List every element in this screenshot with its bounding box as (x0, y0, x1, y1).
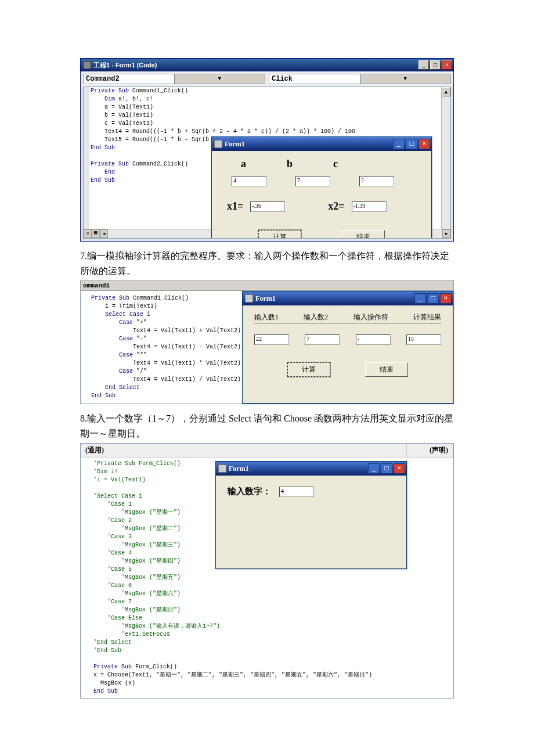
maximize-button[interactable]: □ (406, 139, 417, 149)
header-op2: 输入数2 (304, 312, 328, 322)
label-a: a (241, 158, 246, 170)
code-window-1-titlebar[interactable]: 工程1 - Form1 (Code) _ □ × (81, 59, 453, 71)
input-c[interactable]: 2 (359, 176, 394, 186)
procedure-selector[interactable]: (声明) (407, 444, 453, 457)
chevron-down-icon[interactable]: ▼ (174, 74, 265, 84)
close-button[interactable]: × (418, 139, 430, 149)
object-selector[interactable]: (通用) (81, 444, 407, 457)
end-button[interactable]: 结束 (365, 362, 408, 377)
label-x2: x2= (328, 200, 344, 213)
procedure-selector-value: Click (269, 74, 360, 84)
vertical-scrollbar[interactable]: ▲ (441, 87, 450, 229)
label-b: b (287, 158, 293, 170)
form-icon (214, 140, 222, 148)
object-selector-value: Command2 (84, 74, 174, 84)
app-icon (83, 61, 91, 69)
object-proc-selectors: Command2 ▼ Click ▼ (81, 71, 453, 87)
form1-title: Form1 (229, 465, 249, 473)
close-button[interactable]: × (394, 463, 405, 474)
minimize-button[interactable]: _ (418, 60, 429, 70)
maximize-button[interactable]: □ (381, 463, 392, 474)
header-result: 计算结果 (413, 312, 441, 322)
object-proc-selectors: (通用) (声明) (81, 444, 453, 458)
scroll-right-icon[interactable]: ▸ (442, 229, 450, 238)
code-gutter (84, 87, 89, 238)
code-window-3: (通用) (声明) 'Private Sub Form_Click() 'Dim… (80, 443, 454, 699)
code-area-2[interactable]: Private Sub Command1_Click() i = Trim(Te… (88, 291, 242, 404)
view-proc-icon[interactable]: ≣ (92, 229, 100, 238)
form1-calculator[interactable]: Form1 _ □ × 输入数1 输入数2 输入操作符 计算结果 22 7 - … (242, 291, 453, 404)
form1-quadratic[interactable]: Form1 _ □ × a b c 4 7 2 x1= (211, 136, 432, 239)
form1-title: Form1 (225, 140, 245, 149)
scroll-left-icon[interactable]: ◂ (100, 229, 108, 238)
close-button[interactable]: × (442, 60, 452, 70)
calculate-button[interactable]: 计算 (287, 362, 330, 377)
end-button[interactable]: 结束 (342, 230, 385, 239)
chevron-down-icon[interactable]: ▼ (360, 74, 451, 84)
label-x1: x1= (227, 200, 243, 213)
calculate-button[interactable]: 计算 (258, 230, 301, 239)
maximize-button[interactable]: □ (430, 60, 441, 70)
input-number[interactable]: 4 (279, 487, 314, 497)
question-7: 7.编一模拟袖珍计算器的完整程序。要求：输入两个操作数和一个操作符，根据操作符决… (80, 249, 454, 278)
input-op1[interactable]: 22 (254, 334, 289, 345)
output-x1[interactable]: -.36 (250, 201, 285, 212)
output-x2[interactable]: -1.39 (352, 201, 387, 212)
minimize-button[interactable]: _ (414, 293, 426, 304)
code-window-1-title: 工程1 - Form1 (Code) (93, 61, 157, 70)
code-window-1: 工程1 - Form1 (Code) _ □ × Command2 ▼ Clic… (80, 58, 454, 242)
input-operator[interactable]: - (356, 334, 391, 345)
question-8: 8.输入一个数字（1～7），分别通过 Select 语句和 Choose 函数两… (80, 411, 454, 441)
input-a[interactable]: 4 (232, 176, 266, 186)
label-c: c (333, 158, 338, 170)
minimize-button[interactable]: _ (368, 463, 380, 474)
input-b[interactable]: 7 (295, 176, 330, 186)
form1-weekday[interactable]: Form1 _ □ × 输入数字： 4 (215, 461, 407, 569)
header-op1: 输入数1 (254, 312, 279, 322)
header-operator: 输入操作符 (353, 312, 388, 322)
form1-title: Form1 (255, 294, 276, 303)
label-input-number: 输入数字： (228, 486, 271, 497)
close-button[interactable]: × (440, 293, 452, 304)
form-icon (218, 465, 226, 473)
procedure-selector[interactable]: Click ▼ (269, 74, 451, 84)
input-op2[interactable]: 7 (305, 334, 340, 345)
minimize-button[interactable]: _ (393, 139, 405, 149)
scroll-up-icon[interactable]: ▲ (442, 87, 450, 96)
output-result[interactable]: 15 (406, 334, 441, 345)
view-full-icon[interactable]: ≡ (84, 229, 92, 238)
combo-slice[interactable]: ommand1 (80, 280, 454, 291)
form-icon (245, 294, 253, 303)
object-selector[interactable]: Command2 ▼ (83, 74, 265, 84)
maximize-button[interactable]: □ (427, 293, 439, 304)
